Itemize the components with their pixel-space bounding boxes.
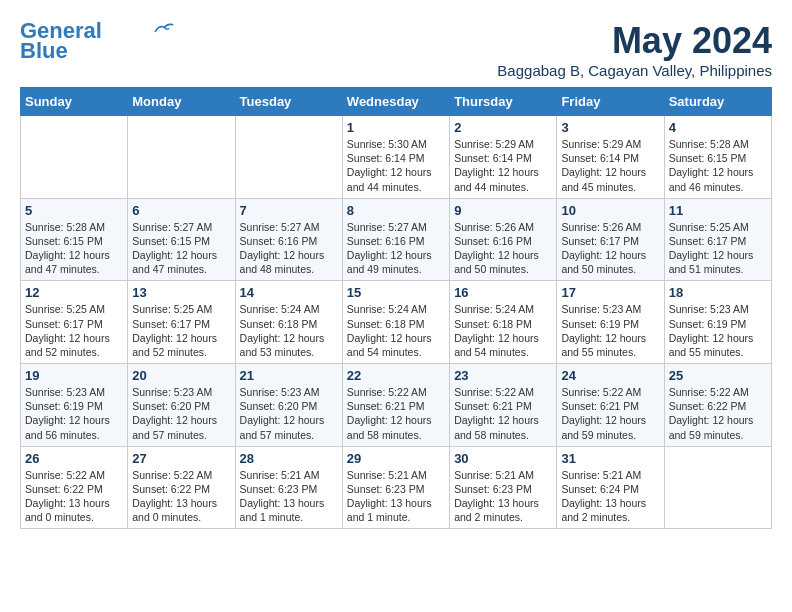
day-info: Sunrise: 5:21 AMSunset: 6:23 PMDaylight:…: [454, 468, 552, 525]
day-info: Sunrise: 5:23 AMSunset: 6:19 PMDaylight:…: [669, 302, 767, 359]
day-info: Sunrise: 5:22 AMSunset: 6:21 PMDaylight:…: [347, 385, 445, 442]
day-number: 1: [347, 120, 445, 135]
day-info: Sunrise: 5:23 AMSunset: 6:19 PMDaylight:…: [25, 385, 123, 442]
day-number: 13: [132, 285, 230, 300]
day-info: Sunrise: 5:27 AMSunset: 6:15 PMDaylight:…: [132, 220, 230, 277]
day-info: Sunrise: 5:21 AMSunset: 6:23 PMDaylight:…: [240, 468, 338, 525]
day-number: 4: [669, 120, 767, 135]
day-number: 10: [561, 203, 659, 218]
day-number: 21: [240, 368, 338, 383]
day-info: Sunrise: 5:22 AMSunset: 6:22 PMDaylight:…: [132, 468, 230, 525]
day-info: Sunrise: 5:22 AMSunset: 6:22 PMDaylight:…: [25, 468, 123, 525]
location: Baggabag B, Cagayan Valley, Philippines: [497, 62, 772, 79]
day-number: 5: [25, 203, 123, 218]
weekday-header-row: SundayMondayTuesdayWednesdayThursdayFrid…: [21, 88, 772, 116]
day-info: Sunrise: 5:27 AMSunset: 6:16 PMDaylight:…: [347, 220, 445, 277]
calendar-cell: 28Sunrise: 5:21 AMSunset: 6:23 PMDayligh…: [235, 446, 342, 529]
calendar-cell: 27Sunrise: 5:22 AMSunset: 6:22 PMDayligh…: [128, 446, 235, 529]
day-info: Sunrise: 5:26 AMSunset: 6:17 PMDaylight:…: [561, 220, 659, 277]
day-number: 20: [132, 368, 230, 383]
day-info: Sunrise: 5:28 AMSunset: 6:15 PMDaylight:…: [25, 220, 123, 277]
calendar-cell: [235, 116, 342, 199]
weekday-header: Monday: [128, 88, 235, 116]
day-info: Sunrise: 5:21 AMSunset: 6:23 PMDaylight:…: [347, 468, 445, 525]
calendar-cell: [21, 116, 128, 199]
day-number: 26: [25, 451, 123, 466]
day-info: Sunrise: 5:24 AMSunset: 6:18 PMDaylight:…: [240, 302, 338, 359]
calendar-cell: 15Sunrise: 5:24 AMSunset: 6:18 PMDayligh…: [342, 281, 449, 364]
logo: General Blue: [20, 20, 174, 64]
calendar-cell: 23Sunrise: 5:22 AMSunset: 6:21 PMDayligh…: [450, 364, 557, 447]
day-info: Sunrise: 5:25 AMSunset: 6:17 PMDaylight:…: [25, 302, 123, 359]
day-info: Sunrise: 5:25 AMSunset: 6:17 PMDaylight:…: [132, 302, 230, 359]
day-number: 7: [240, 203, 338, 218]
calendar-cell: 11Sunrise: 5:25 AMSunset: 6:17 PMDayligh…: [664, 198, 771, 281]
day-number: 28: [240, 451, 338, 466]
calendar-cell: 6Sunrise: 5:27 AMSunset: 6:15 PMDaylight…: [128, 198, 235, 281]
month-title: May 2024: [497, 20, 772, 62]
weekday-header: Wednesday: [342, 88, 449, 116]
day-number: 3: [561, 120, 659, 135]
day-info: Sunrise: 5:30 AMSunset: 6:14 PMDaylight:…: [347, 137, 445, 194]
calendar-cell: 21Sunrise: 5:23 AMSunset: 6:20 PMDayligh…: [235, 364, 342, 447]
day-number: 14: [240, 285, 338, 300]
calendar-cell: 18Sunrise: 5:23 AMSunset: 6:19 PMDayligh…: [664, 281, 771, 364]
day-info: Sunrise: 5:22 AMSunset: 6:21 PMDaylight:…: [561, 385, 659, 442]
calendar-cell: [664, 446, 771, 529]
weekday-header: Thursday: [450, 88, 557, 116]
calendar-cell: 1Sunrise: 5:30 AMSunset: 6:14 PMDaylight…: [342, 116, 449, 199]
calendar-cell: 16Sunrise: 5:24 AMSunset: 6:18 PMDayligh…: [450, 281, 557, 364]
calendar-cell: 9Sunrise: 5:26 AMSunset: 6:16 PMDaylight…: [450, 198, 557, 281]
calendar-cell: 31Sunrise: 5:21 AMSunset: 6:24 PMDayligh…: [557, 446, 664, 529]
weekday-header: Friday: [557, 88, 664, 116]
day-info: Sunrise: 5:23 AMSunset: 6:20 PMDaylight:…: [132, 385, 230, 442]
calendar-week-row: 26Sunrise: 5:22 AMSunset: 6:22 PMDayligh…: [21, 446, 772, 529]
day-number: 18: [669, 285, 767, 300]
title-area: May 2024 Baggabag B, Cagayan Valley, Phi…: [497, 20, 772, 79]
calendar-table: SundayMondayTuesdayWednesdayThursdayFrid…: [20, 87, 772, 529]
day-number: 6: [132, 203, 230, 218]
day-info: Sunrise: 5:28 AMSunset: 6:15 PMDaylight:…: [669, 137, 767, 194]
day-number: 16: [454, 285, 552, 300]
day-info: Sunrise: 5:21 AMSunset: 6:24 PMDaylight:…: [561, 468, 659, 525]
calendar-cell: 19Sunrise: 5:23 AMSunset: 6:19 PMDayligh…: [21, 364, 128, 447]
calendar-cell: 2Sunrise: 5:29 AMSunset: 6:14 PMDaylight…: [450, 116, 557, 199]
calendar-cell: 26Sunrise: 5:22 AMSunset: 6:22 PMDayligh…: [21, 446, 128, 529]
day-number: 2: [454, 120, 552, 135]
weekday-header: Sunday: [21, 88, 128, 116]
day-number: 27: [132, 451, 230, 466]
day-info: Sunrise: 5:29 AMSunset: 6:14 PMDaylight:…: [561, 137, 659, 194]
day-number: 30: [454, 451, 552, 466]
calendar-cell: 7Sunrise: 5:27 AMSunset: 6:16 PMDaylight…: [235, 198, 342, 281]
day-number: 29: [347, 451, 445, 466]
day-number: 12: [25, 285, 123, 300]
calendar-week-row: 19Sunrise: 5:23 AMSunset: 6:19 PMDayligh…: [21, 364, 772, 447]
day-info: Sunrise: 5:26 AMSunset: 6:16 PMDaylight:…: [454, 220, 552, 277]
calendar-cell: 22Sunrise: 5:22 AMSunset: 6:21 PMDayligh…: [342, 364, 449, 447]
day-number: 9: [454, 203, 552, 218]
day-number: 15: [347, 285, 445, 300]
weekday-header: Tuesday: [235, 88, 342, 116]
calendar-cell: 5Sunrise: 5:28 AMSunset: 6:15 PMDaylight…: [21, 198, 128, 281]
day-info: Sunrise: 5:25 AMSunset: 6:17 PMDaylight:…: [669, 220, 767, 277]
calendar-week-row: 5Sunrise: 5:28 AMSunset: 6:15 PMDaylight…: [21, 198, 772, 281]
day-info: Sunrise: 5:27 AMSunset: 6:16 PMDaylight:…: [240, 220, 338, 277]
calendar-cell: 29Sunrise: 5:21 AMSunset: 6:23 PMDayligh…: [342, 446, 449, 529]
calendar-cell: 24Sunrise: 5:22 AMSunset: 6:21 PMDayligh…: [557, 364, 664, 447]
day-info: Sunrise: 5:22 AMSunset: 6:22 PMDaylight:…: [669, 385, 767, 442]
day-info: Sunrise: 5:22 AMSunset: 6:21 PMDaylight:…: [454, 385, 552, 442]
day-info: Sunrise: 5:23 AMSunset: 6:19 PMDaylight:…: [561, 302, 659, 359]
calendar-cell: 4Sunrise: 5:28 AMSunset: 6:15 PMDaylight…: [664, 116, 771, 199]
day-number: 23: [454, 368, 552, 383]
day-number: 31: [561, 451, 659, 466]
calendar-cell: 14Sunrise: 5:24 AMSunset: 6:18 PMDayligh…: [235, 281, 342, 364]
day-number: 19: [25, 368, 123, 383]
logo-blue-text: Blue: [20, 38, 68, 64]
logo-bird-icon: [154, 21, 174, 35]
calendar-cell: 25Sunrise: 5:22 AMSunset: 6:22 PMDayligh…: [664, 364, 771, 447]
day-number: 22: [347, 368, 445, 383]
page-header: General Blue May 2024 Baggabag B, Cagaya…: [20, 20, 772, 79]
calendar-cell: 20Sunrise: 5:23 AMSunset: 6:20 PMDayligh…: [128, 364, 235, 447]
calendar-week-row: 1Sunrise: 5:30 AMSunset: 6:14 PMDaylight…: [21, 116, 772, 199]
calendar-cell: 12Sunrise: 5:25 AMSunset: 6:17 PMDayligh…: [21, 281, 128, 364]
